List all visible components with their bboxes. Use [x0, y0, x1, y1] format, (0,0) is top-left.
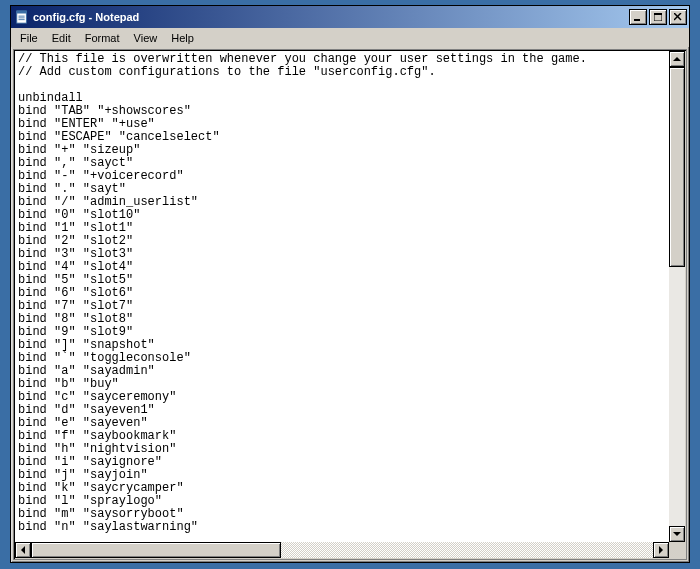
- arrow-right-icon: [659, 546, 663, 554]
- menu-view[interactable]: View: [127, 30, 165, 46]
- menu-file[interactable]: File: [13, 30, 45, 46]
- svg-rect-5: [634, 19, 640, 21]
- arrow-up-icon: [673, 57, 681, 61]
- menu-help[interactable]: Help: [164, 30, 201, 46]
- scrollbar-corner: [669, 542, 685, 558]
- horizontal-scroll-track[interactable]: [31, 542, 653, 558]
- vertical-scroll-track[interactable]: [669, 67, 685, 526]
- scroll-right-button[interactable]: [653, 542, 669, 558]
- window-title: config.cfg - Notepad: [33, 11, 629, 23]
- arrow-left-icon: [21, 546, 25, 554]
- editor-client-area: // This file is overwritten whenever you…: [13, 49, 687, 560]
- close-button[interactable]: [669, 9, 687, 25]
- horizontal-scrollbar[interactable]: [15, 542, 669, 558]
- vertical-scrollbar[interactable]: [669, 51, 685, 542]
- notepad-icon: [14, 9, 30, 25]
- scroll-down-button[interactable]: [669, 526, 685, 542]
- menubar: File Edit Format View Help: [11, 28, 689, 47]
- scroll-left-button[interactable]: [15, 542, 31, 558]
- arrow-down-icon: [673, 532, 681, 536]
- scroll-up-button[interactable]: [669, 51, 685, 67]
- minimize-button[interactable]: [629, 9, 647, 25]
- menu-format[interactable]: Format: [78, 30, 127, 46]
- notepad-window: config.cfg - Notepad File Edit Format Vi…: [10, 5, 690, 563]
- menu-edit[interactable]: Edit: [45, 30, 78, 46]
- maximize-button[interactable]: [649, 9, 667, 25]
- svg-rect-1: [17, 11, 27, 14]
- vertical-scroll-thumb[interactable]: [669, 67, 685, 267]
- svg-rect-7: [654, 13, 662, 15]
- titlebar[interactable]: config.cfg - Notepad: [11, 6, 689, 28]
- text-editor[interactable]: // This file is overwritten whenever you…: [16, 52, 668, 541]
- horizontal-scroll-thumb[interactable]: [31, 542, 281, 558]
